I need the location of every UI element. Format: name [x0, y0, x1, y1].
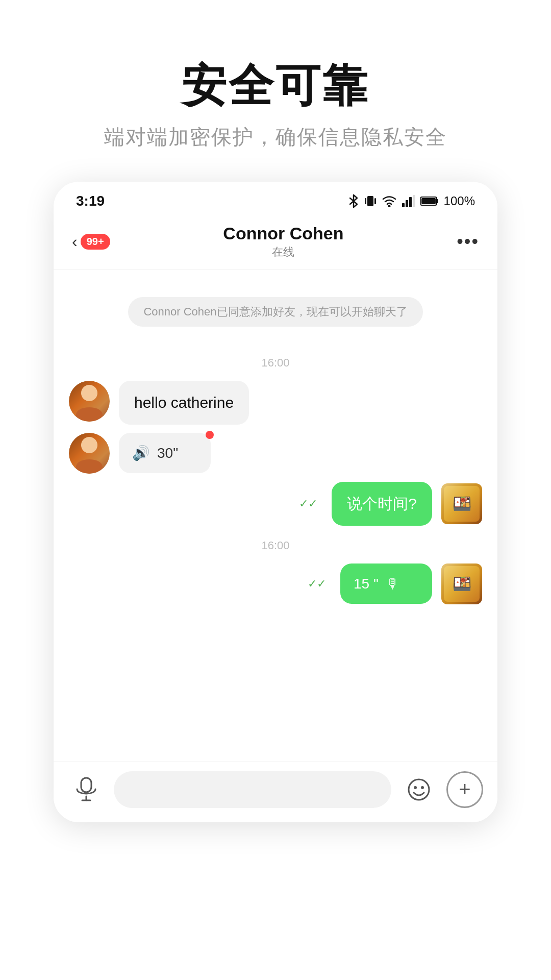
sent-message-text: 说个时间? — [347, 495, 417, 512]
message-text: hello catherine — [134, 394, 234, 411]
battery-percentage: 100% — [444, 194, 475, 208]
msg-row: hello catherine — [54, 377, 497, 429]
svg-point-15 — [414, 786, 417, 789]
msg-row: 🍱 15 " 🎙 ✓✓ — [54, 559, 497, 608]
notification-badge: 99+ — [81, 234, 110, 250]
status-bar: 3:19 — [54, 182, 497, 214]
svg-rect-1 — [365, 198, 366, 204]
svg-rect-11 — [81, 778, 91, 792]
emoji-button[interactable] — [400, 771, 437, 808]
page-header: 安全可靠 端对端加密保护，确保信息隐私安全 — [0, 0, 551, 182]
read-indicator: ✓✓ — [299, 497, 317, 510]
sent-voice-duration: 15 " — [354, 574, 379, 594]
voice-message-bubble[interactable]: 🔊 30" — [119, 433, 211, 473]
svg-rect-6 — [409, 197, 412, 207]
sent-message-bubble: 说个时间? — [332, 482, 432, 526]
back-arrow-icon: ‹ — [72, 232, 78, 251]
timestamp-2: 16:00 — [54, 539, 497, 552]
avatar-received-2 — [69, 433, 110, 474]
signal-icon — [402, 195, 415, 207]
svg-rect-5 — [406, 200, 408, 207]
add-button[interactable]: + — [446, 771, 483, 808]
wifi-icon — [382, 195, 397, 207]
avatar-sent-2: 🍱 — [441, 564, 482, 604]
mic-button[interactable] — [68, 771, 105, 808]
chat-body: Connor Cohen已同意添加好友，现在可以开始聊天了 16:00 hell… — [54, 270, 497, 619]
chat-header-info: Connor Cohen 在线 — [110, 224, 457, 260]
status-icons: 100% — [348, 194, 475, 208]
contact-status: 在线 — [110, 244, 457, 260]
timestamp-1: 16:00 — [54, 356, 497, 370]
input-bar: + — [54, 762, 497, 822]
voice-play-icon: 🔊 — [132, 443, 150, 463]
plus-icon: + — [459, 779, 470, 799]
status-time: 3:19 — [76, 193, 105, 209]
more-button[interactable]: ••• — [457, 231, 479, 252]
page-title: 安全可靠 — [31, 61, 520, 111]
page-subtitle: 端对端加密保护，确保信息隐私安全 — [31, 123, 520, 151]
chat-header: ‹ 99+ Connor Cohen 在线 ••• — [54, 214, 497, 270]
sent-read-indicator: ✓✓ — [308, 577, 326, 591]
svg-point-14 — [409, 779, 429, 800]
svg-point-16 — [421, 786, 424, 789]
unread-dot — [206, 431, 214, 439]
battery-icon — [420, 196, 439, 206]
svg-rect-2 — [374, 198, 376, 204]
back-button[interactable]: ‹ 99+ — [72, 232, 110, 251]
message-bubble: hello catherine — [119, 381, 249, 425]
contact-name: Connor Cohen — [110, 224, 457, 243]
svg-rect-7 — [413, 195, 415, 207]
svg-rect-0 — [367, 196, 373, 206]
vibrate-icon — [364, 194, 377, 208]
sent-voice-bubble[interactable]: 15 " 🎙 — [340, 564, 432, 604]
message-input[interactable] — [114, 771, 391, 808]
svg-rect-10 — [421, 198, 436, 204]
svg-rect-9 — [437, 199, 438, 203]
bluetooth-icon — [348, 194, 359, 208]
chat-spacer — [54, 619, 497, 762]
mic-icon — [75, 777, 97, 802]
phone-frame: 3:19 — [54, 182, 497, 822]
emoji-icon — [407, 777, 431, 802]
svg-rect-4 — [402, 203, 405, 207]
voice-waveform-icon: 🎙 — [386, 574, 400, 594]
system-notice: Connor Cohen已同意添加好友，现在可以开始聊天了 — [128, 297, 422, 327]
msg-row: 🔊 30" — [54, 429, 497, 478]
avatar-sent-1: 🍱 — [441, 483, 482, 524]
avatar-received-1 — [69, 381, 110, 422]
msg-row: 🍱 说个时间? ✓✓ — [54, 478, 497, 530]
svg-point-3 — [388, 205, 390, 207]
voice-duration: 30" — [157, 443, 178, 463]
